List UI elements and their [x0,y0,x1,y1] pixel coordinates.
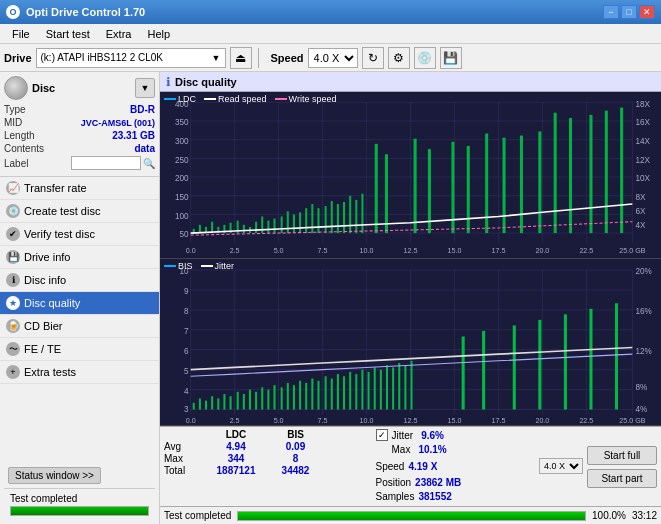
sidebar-item-drive-info[interactable]: 💾 Drive info [0,246,159,269]
svg-rect-160 [355,374,357,409]
sidebar-item-create-test-disc[interactable]: 💿 Create test disc [0,200,159,223]
samples-val: 381552 [418,491,451,502]
svg-rect-86 [569,118,572,233]
svg-rect-169 [411,361,413,410]
svg-text:15.0: 15.0 [448,246,462,255]
svg-rect-77 [414,139,417,233]
save-button[interactable]: 💾 [440,47,462,69]
quality-header: ℹ Disc quality [160,72,661,92]
menu-help[interactable]: Help [139,27,178,41]
svg-rect-147 [273,385,275,409]
svg-rect-172 [513,325,516,409]
minimize-button[interactable]: − [603,5,619,19]
svg-text:16X: 16X [635,118,650,127]
bottom-legend: BIS Jitter [164,261,234,271]
speed-stat-select[interactable]: 4.0 X [539,458,583,474]
svg-rect-72 [349,196,351,233]
svg-text:12X: 12X [635,155,650,164]
sidebar-item-transfer-rate[interactable]: 📈 Transfer rate [0,177,159,200]
maximize-button[interactable]: □ [621,5,637,19]
start-part-button[interactable]: Start part [587,469,657,488]
svg-rect-89 [620,108,623,234]
write-speed-legend-label: Write speed [289,94,337,104]
svg-rect-134 [193,403,195,410]
create-test-disc-icon: 💿 [6,204,20,218]
stats-grid: LDC BIS Avg 4.94 0.09 Max 344 8 Total [164,429,372,504]
drive-selector[interactable]: (k:) ATAPI iHBS112 2 CL0K ▼ [36,48,226,68]
speed-stat-val: 4.19 X [408,461,437,472]
svg-text:8X: 8X [635,193,646,202]
svg-rect-150 [293,385,295,409]
svg-text:12.5: 12.5 [404,416,418,425]
close-button[interactable]: ✕ [639,5,655,19]
sidebar-item-fe-te[interactable]: 〜 FE / TE [0,338,159,361]
sidebar-item-verify-test-disc[interactable]: ✔ Verify test disc [0,223,159,246]
svg-text:5.0: 5.0 [274,246,284,255]
svg-rect-158 [343,376,345,409]
sidebar-item-cd-bier[interactable]: 🍺 CD Bier [0,315,159,338]
svg-rect-82 [503,138,506,233]
svg-text:10X: 10X [635,174,650,183]
settings-button[interactable]: ⚙ [388,47,410,69]
total-bis-val: 34482 [268,465,323,476]
position-row: Position 23862 MB [376,477,584,488]
quality-title: Disc quality [175,76,237,88]
speed-select[interactable]: 4.0 X [308,48,358,68]
svg-rect-78 [428,149,431,233]
jitter-row: ✓ Jitter 9.6% [376,429,584,441]
bottom-status-text: Test completed [164,510,231,521]
disc-section-title: Disc [32,82,55,94]
svg-text:16%: 16% [635,306,652,316]
sidebar-item-disc-info[interactable]: ℹ Disc info [0,269,159,292]
disc-info-label: Disc info [24,274,66,286]
jitter-max-row: Max 10.1% [376,444,584,455]
drive-info-icon: 💾 [6,250,20,264]
svg-text:20.0: 20.0 [535,246,549,255]
svg-text:20.0: 20.0 [535,416,549,425]
svg-rect-154 [317,381,319,410]
label-edit-icon[interactable]: 🔍 [143,158,155,169]
menu-start-test[interactable]: Start test [38,27,98,41]
disc-options-button[interactable]: ▼ [135,78,155,98]
svg-text:6X: 6X [635,207,646,216]
sidebar-item-disc-quality[interactable]: ★ Disc quality [0,292,159,315]
menu-file[interactable]: File [4,27,38,41]
position-label: Position [376,477,412,488]
svg-rect-151 [299,381,301,410]
contents-value: data [134,143,155,154]
disc-button[interactable]: 💿 [414,47,436,69]
svg-rect-159 [349,372,351,410]
svg-text:9: 9 [184,286,189,296]
svg-rect-69 [331,201,333,233]
bis-legend-label: BIS [178,261,193,271]
total-label: Total [164,465,204,476]
svg-rect-143 [249,390,251,410]
status-window-button[interactable]: Status window >> [8,467,101,484]
sidebar-item-extra-tests[interactable]: + Extra tests [0,361,159,384]
svg-text:250: 250 [175,155,189,164]
svg-rect-83 [520,136,523,234]
length-label: Length [4,130,35,141]
start-full-button[interactable]: Start full [587,446,657,465]
cd-bier-label: CD Bier [24,320,63,332]
ldc-legend-label: LDC [178,94,196,104]
total-ldc-val: 1887121 [206,465,266,476]
data-table: LDC BIS Avg 4.94 0.09 Max 344 8 Total [160,426,661,506]
speed-row: Speed 4.19 X 4.0 X [376,458,584,474]
menu-extra[interactable]: Extra [98,27,140,41]
sidebar-status-text: Test completed [10,493,149,504]
svg-rect-165 [386,365,388,409]
svg-text:0.0: 0.0 [186,416,196,425]
eject-button[interactable]: ⏏ [230,47,252,69]
max-ldc-val: 344 [206,453,266,464]
refresh-button[interactable]: ↻ [362,47,384,69]
svg-rect-66 [311,204,313,233]
disc-icon [4,76,28,100]
svg-rect-171 [482,331,485,410]
label-input[interactable] [71,156,141,170]
avg-label: Avg [164,441,204,452]
menu-bar: File Start test Extra Help [0,24,661,44]
transfer-rate-icon: 📈 [6,181,20,195]
bottom-chart-wrapper: BIS Jitter [160,259,661,426]
jitter-checkbox[interactable]: ✓ [376,429,388,441]
